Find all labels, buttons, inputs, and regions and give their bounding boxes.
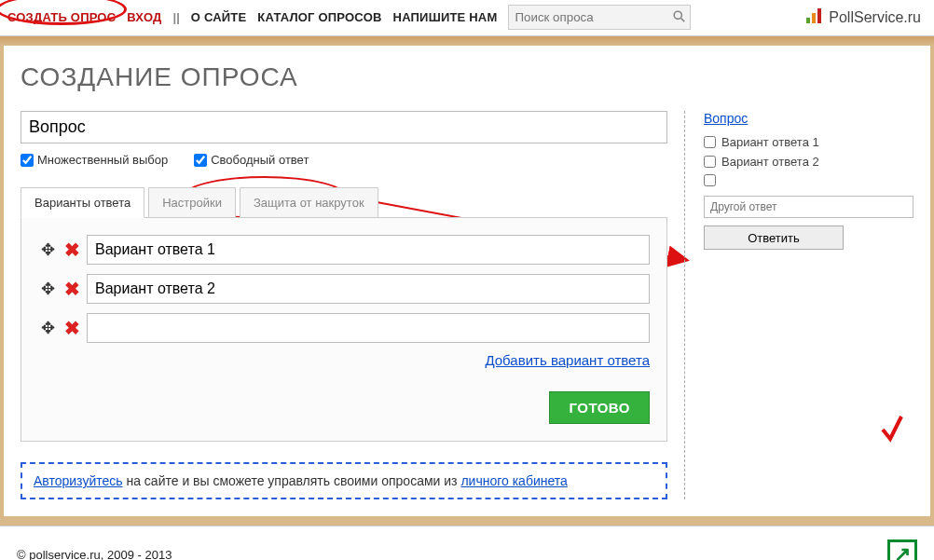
checkbox-multiple[interactable]: Множественный выбор: [21, 153, 168, 167]
svg-point-0: [674, 11, 681, 19]
tab-options[interactable]: Варианты ответа: [21, 187, 144, 218]
footer-copyright: © pollservice.ru, 2009 - 2013: [17, 548, 172, 561]
question-input[interactable]: [21, 111, 667, 143]
svg-rect-3: [812, 13, 816, 23]
svg-line-1: [681, 18, 685, 21]
footer: © pollservice.ru, 2009 - 2013 ↗: [0, 526, 934, 560]
done-button[interactable]: ГОТОВО: [549, 391, 650, 424]
option-input-1[interactable]: [87, 235, 650, 265]
option-row: ✥ ✖: [38, 274, 650, 304]
preview-free-input[interactable]: [704, 196, 913, 218]
preview-checkbox-2[interactable]: [704, 156, 716, 168]
nav-login[interactable]: ВХОД: [127, 10, 161, 24]
preview-checkbox-1[interactable]: [704, 136, 716, 148]
main-panel: СОЗДАНИЕ ОПРОСА Множественный выбор Своб…: [4, 46, 930, 516]
add-option-link[interactable]: Добавить вариант ответа: [38, 352, 650, 368]
delete-icon[interactable]: ✖: [62, 319, 81, 337]
auth-cabinet-link[interactable]: личного кабинета: [460, 473, 567, 488]
search-box: [508, 5, 691, 30]
tab-antifraud[interactable]: Защита от накруток: [240, 187, 378, 218]
preview-option: [704, 174, 913, 186]
move-handle-icon[interactable]: ✥: [38, 318, 57, 338]
checkbox-free-label: Свободный ответ: [211, 153, 309, 167]
footer-badge-icon: ↗: [887, 540, 917, 560]
delete-icon[interactable]: ✖: [62, 240, 81, 259]
preview-option: Вариант ответа 2: [704, 155, 913, 169]
checkbox-multiple-label: Множественный выбор: [37, 153, 168, 167]
move-handle-icon[interactable]: ✥: [38, 279, 57, 299]
nav-contact[interactable]: НАПИШИТЕ НАМ: [393, 10, 498, 24]
brand: PollService.ru: [806, 8, 921, 27]
auth-notice: Авторизуйтесь на сайте и вы сможете упра…: [21, 462, 667, 499]
search-input[interactable]: [509, 6, 667, 29]
brand-text: PollService.ru: [829, 9, 921, 26]
checkbox-free-input[interactable]: [194, 154, 207, 167]
nav-about[interactable]: О САЙТЕ: [191, 10, 247, 24]
nav-catalog[interactable]: КАТАЛОГ ОПРОСОВ: [257, 10, 381, 24]
main-nav: СОЗДАТЬ ОПРОС ВХОД || О САЙТЕ КАТАЛОГ ОП…: [7, 10, 497, 24]
option-row: ✥ ✖: [38, 235, 650, 265]
answer-button[interactable]: Ответить: [704, 225, 844, 250]
delete-icon[interactable]: ✖: [62, 280, 81, 298]
checkbox-free[interactable]: Свободный ответ: [194, 153, 309, 167]
option-row: ✥ ✖: [38, 313, 650, 343]
options-area: ✥ ✖ ✥ ✖ ✥ ✖ Добавить вариант ответа ГОТО…: [21, 218, 667, 442]
brand-logo-icon: [806, 8, 823, 27]
auth-login-link[interactable]: Авторизуйтесь: [34, 473, 123, 488]
preview-option-label: Вариант ответа 2: [721, 155, 819, 169]
tab-settings[interactable]: Настройки: [148, 187, 236, 218]
move-handle-icon[interactable]: ✥: [38, 239, 57, 260]
search-icon[interactable]: [667, 10, 690, 25]
preview-checkbox-3[interactable]: [704, 174, 716, 186]
page-title: СОЗДАНИЕ ОПРОСА: [21, 62, 913, 92]
option-input-3[interactable]: [87, 313, 650, 343]
checkbox-multiple-input[interactable]: [21, 154, 34, 167]
auth-mid-text: на сайте и вы сможете управлять своими о…: [123, 473, 461, 488]
preview-question[interactable]: Вопрос: [704, 111, 748, 126]
svg-rect-2: [806, 18, 810, 23]
tabs: Варианты ответа Настройки Защита от накр…: [21, 187, 667, 218]
topbar: СОЗДАТЬ ОПРОС ВХОД || О САЙТЕ КАТАЛОГ ОП…: [0, 0, 934, 36]
preview-option: Вариант ответа 1: [704, 135, 913, 149]
editor-column: Множественный выбор Свободный ответ Вари…: [21, 111, 685, 499]
option-input-2[interactable]: [87, 274, 650, 304]
svg-rect-4: [817, 8, 821, 23]
nav-create-poll[interactable]: СОЗДАТЬ ОПРОС: [7, 10, 116, 24]
preview-column: Вопрос Вариант ответа 1 Вариант ответа 2…: [704, 111, 913, 499]
nav-separator: ||: [173, 10, 180, 24]
preview-option-label: Вариант ответа 1: [721, 135, 819, 149]
